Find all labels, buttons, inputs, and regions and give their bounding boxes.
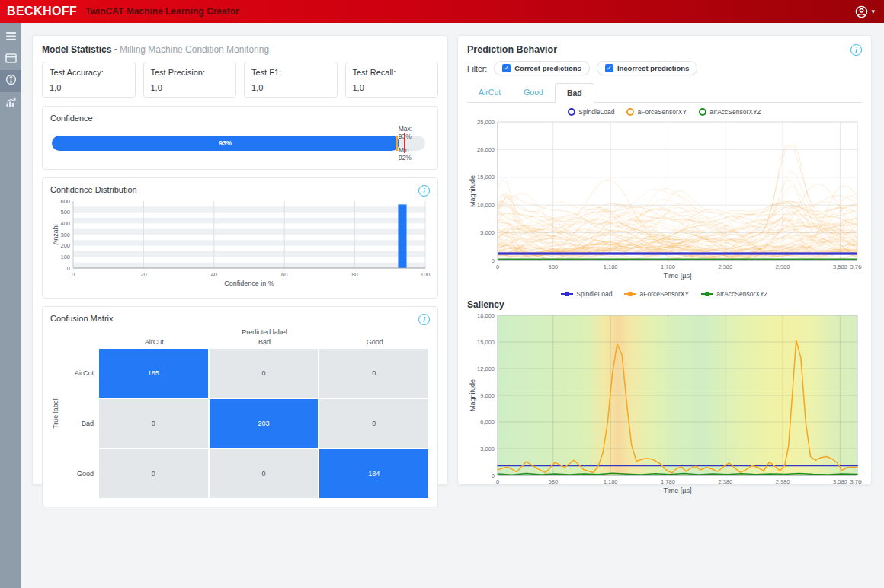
svg-text:0: 0 bbox=[492, 257, 495, 264]
saliency-legend: SpindleLoadaForceSensorXYaIrAccSensorXYZ bbox=[467, 290, 862, 298]
svg-text:1,780: 1,780 bbox=[661, 478, 675, 485]
sidebar-item-workspace[interactable] bbox=[0, 48, 21, 70]
tab-good[interactable]: Good bbox=[512, 83, 555, 102]
svg-text:500: 500 bbox=[60, 209, 70, 216]
svg-text:0: 0 bbox=[496, 478, 499, 485]
svg-text:3,760: 3,760 bbox=[850, 264, 862, 270]
svg-text:Magnitude: Magnitude bbox=[469, 175, 476, 207]
app-title: TwinCAT Machine Learning Creator bbox=[85, 6, 239, 17]
confidence-bar: 93% bbox=[52, 136, 425, 151]
filter-checkbox-correct-predictions[interactable]: ✓Correct predictions bbox=[494, 61, 590, 75]
filter-checkbox-incorrect-predictions[interactable]: ✓Incorrect predictions bbox=[597, 61, 698, 75]
app-header: BECKHOFF TwinCAT Machine Learning Creato… bbox=[0, 0, 884, 23]
legend-label: SpindleLoad bbox=[576, 290, 612, 298]
svg-text:Anzahl: Anzahl bbox=[52, 224, 59, 245]
sidebar-item-menu[interactable] bbox=[0, 26, 21, 48]
sidebar bbox=[0, 23, 21, 588]
traces-legend: SpindleLoadaForceSensorXYaIrAccSensorXYZ bbox=[467, 108, 862, 116]
svg-text:15,000: 15,000 bbox=[477, 174, 495, 181]
info-icon[interactable]: i bbox=[850, 44, 862, 56]
legend-item-aForceSensorXY[interactable]: aForceSensorXY bbox=[624, 290, 689, 298]
confusion-matrix: True label Predicted labelAirCutBadGoodA… bbox=[50, 328, 430, 500]
metric-label: Test F1: bbox=[251, 68, 330, 77]
svg-text:1,780: 1,780 bbox=[661, 264, 675, 270]
true-label: True label bbox=[50, 328, 61, 500]
confidence-value: 93% bbox=[219, 139, 232, 147]
filter-label-text: Correct predictions bbox=[514, 64, 581, 72]
class-tabs: AirCutGoodBad bbox=[467, 83, 862, 103]
user-menu[interactable]: ▾ bbox=[855, 5, 875, 18]
beckhoff-logo: BECKHOFF bbox=[7, 5, 77, 18]
svg-text:Time [µs]: Time [µs] bbox=[664, 272, 692, 280]
checkbox-checked-icon: ✓ bbox=[502, 64, 511, 72]
legend-item-aIrAccSensorXYZ[interactable]: aIrAccSensorXYZ bbox=[699, 108, 761, 116]
sidebar-item-model[interactable] bbox=[0, 70, 21, 92]
svg-text:2,380: 2,380 bbox=[718, 264, 732, 270]
svg-text:2,980: 2,980 bbox=[776, 478, 790, 485]
panel-title: Model Statistics - bbox=[42, 44, 117, 55]
svg-text:200: 200 bbox=[60, 242, 70, 249]
panel-subtitle: Milling Machine Condition Monitoring bbox=[120, 44, 269, 55]
matrix-cell: 185 bbox=[99, 349, 208, 398]
statistics-icon bbox=[5, 97, 17, 110]
metric-card: Test Precision:1,0 bbox=[143, 62, 237, 98]
svg-text:1,180: 1,180 bbox=[604, 478, 618, 485]
svg-text:25,000: 25,000 bbox=[477, 119, 495, 126]
confidence-bar-wrap: 93% Max: 93% Min: 92% bbox=[52, 136, 425, 151]
sidebar-item-statistics[interactable] bbox=[0, 92, 21, 114]
matrix-cell: 0 bbox=[99, 399, 208, 448]
metric-value: 1,0 bbox=[151, 83, 229, 92]
matrix-cell: 0 bbox=[210, 349, 319, 398]
menu-icon bbox=[5, 30, 17, 44]
metric-value: 1,0 bbox=[251, 83, 330, 92]
filter-label-text: Incorrect predictions bbox=[617, 64, 690, 72]
svg-text:12,000: 12,000 bbox=[477, 366, 495, 372]
legend-label: aIrAccSensorXYZ bbox=[716, 290, 768, 298]
matrix-cell: 203 bbox=[210, 399, 319, 448]
matrix-row-header: AirCut bbox=[61, 349, 99, 398]
matrix-cell: 0 bbox=[210, 449, 319, 498]
tab-aircut[interactable]: AirCut bbox=[467, 83, 512, 102]
confusion-matrix-title: Confusion Matrix bbox=[50, 314, 114, 323]
svg-text:Magnitude: Magnitude bbox=[469, 379, 476, 411]
app-root: BECKHOFF TwinCAT Machine Learning Creato… bbox=[0, 0, 884, 588]
legend-item-aForceSensorXY[interactable]: aForceSensorXY bbox=[626, 108, 687, 116]
confidence-min-label: Min: 92% bbox=[399, 146, 417, 161]
svg-text:3,760: 3,760 bbox=[850, 478, 862, 485]
svg-text:400: 400 bbox=[60, 220, 70, 227]
legend-item-aIrAccSensorXYZ[interactable]: aIrAccSensorXYZ bbox=[701, 290, 768, 298]
tab-bad[interactable]: Bad bbox=[555, 83, 594, 103]
filter-label: Filter: bbox=[467, 64, 487, 73]
legend-item-SpindleLoad[interactable]: SpindleLoad bbox=[561, 290, 612, 298]
legend-dot-icon bbox=[701, 291, 713, 297]
metric-value: 1,0 bbox=[50, 83, 128, 92]
confidence-max-label: Max: 93% bbox=[399, 125, 417, 140]
info-icon[interactable]: i bbox=[418, 185, 430, 197]
predicted-label: Predicted label bbox=[61, 328, 430, 336]
legend-ring-icon bbox=[699, 108, 706, 116]
metric-label: Test Recall: bbox=[353, 68, 431, 77]
info-icon[interactable]: i bbox=[418, 314, 430, 325]
confidence-distribution-chart: 0204060801000100200300400500600Confidenc… bbox=[50, 198, 431, 288]
svg-text:580: 580 bbox=[549, 264, 559, 270]
main-content: Model Statistics - Milling Machine Condi… bbox=[21, 23, 884, 588]
metric-value: 1,0 bbox=[353, 83, 431, 92]
confidence-card: Confidence 93% Max: 93% Min: 92% bbox=[42, 106, 438, 170]
prediction-traces-chart: 05801,1801,7802,3802,9803,5803,76005,000… bbox=[467, 117, 862, 283]
legend-ring-icon bbox=[568, 108, 575, 116]
matrix-cell: 0 bbox=[319, 349, 428, 398]
svg-text:3,000: 3,000 bbox=[480, 446, 495, 452]
svg-text:80: 80 bbox=[351, 271, 357, 278]
legend-item-SpindleLoad[interactable]: SpindleLoad bbox=[568, 108, 614, 116]
model-icon bbox=[5, 74, 17, 88]
chevron-down-icon: ▾ bbox=[871, 8, 875, 15]
user-icon bbox=[855, 5, 868, 18]
confidence-title: Confidence bbox=[50, 113, 430, 123]
svg-text:Time [µs]: Time [µs] bbox=[664, 487, 692, 494]
legend-label: aForceSensorXY bbox=[637, 108, 687, 116]
svg-text:1,180: 1,180 bbox=[604, 264, 618, 270]
svg-text:0: 0 bbox=[67, 265, 70, 272]
legend-label: SpindleLoad bbox=[578, 108, 614, 116]
saliency-title: Saliency bbox=[467, 299, 862, 310]
svg-text:5,000: 5,000 bbox=[480, 229, 495, 236]
